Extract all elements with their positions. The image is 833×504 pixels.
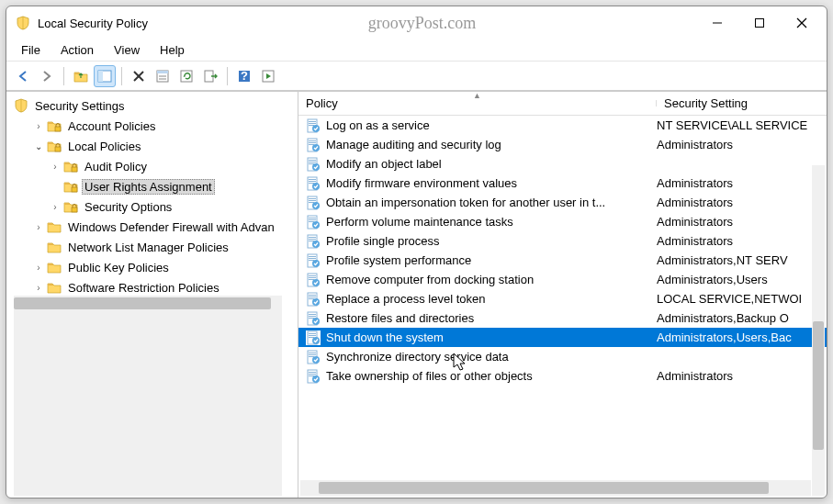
tree[interactable]: Security Settings ›Account Policies⌄Loca…: [12, 95, 298, 296]
twisty-icon[interactable]: ⌄: [32, 140, 45, 152]
menu-view[interactable]: View: [105, 41, 149, 59]
list-row[interactable]: Log on as a serviceNT SERVICE\ALL SERVIC…: [298, 116, 827, 135]
policy-setting: Administrators: [657, 196, 827, 209]
tree-item-label: Software Restriction Policies: [65, 280, 222, 296]
list-row[interactable]: Replace a process level tokenLOCAL SERVI…: [298, 289, 827, 308]
refresh-button[interactable]: [175, 65, 197, 87]
tree-root-label: Security Settings: [32, 98, 128, 114]
policy-icon: [306, 196, 321, 210]
list-row[interactable]: Manage auditing and security logAdminist…: [298, 135, 827, 154]
tree-item[interactable]: ›Security Options: [12, 196, 298, 217]
titlebar[interactable]: Local Security Policy groovyPost.com: [6, 6, 827, 39]
menu-action[interactable]: Action: [51, 41, 103, 59]
list-header[interactable]: Policy ▲ Security Setting: [298, 92, 827, 116]
policy-icon: [306, 176, 321, 191]
folder-icon: [47, 240, 62, 254]
list-vscrollbar[interactable]: [812, 165, 825, 496]
policy-icon: [306, 157, 321, 172]
list-row[interactable]: Remove computer from docking stationAdmi…: [298, 270, 827, 289]
menu-help[interactable]: Help: [151, 41, 194, 59]
list-row[interactable]: Modify an object label: [298, 154, 827, 174]
list-row[interactable]: Obtain an impersonation token for anothe…: [298, 193, 827, 212]
tree-item[interactable]: ›Audit Policy: [12, 156, 298, 176]
policy-name: Perform volume maintenance tasks: [326, 215, 657, 229]
policy-name: Profile single process: [326, 234, 657, 248]
tree-item[interactable]: ›Public Key Policies: [12, 257, 298, 277]
list-row[interactable]: Profile system performanceAdministrators…: [298, 251, 827, 270]
tree-item[interactable]: ⌄Local Policies: [12, 136, 298, 156]
policy-name: Restore files and directories: [326, 311, 657, 325]
tree-item[interactable]: ›Windows Defender Firewall with Advan: [12, 217, 298, 237]
content: Security Settings ›Account Policies⌄Loca…: [6, 91, 827, 498]
minimize-button[interactable]: [696, 8, 738, 38]
policy-setting: Administrators,NT SERV: [657, 253, 827, 267]
export-button[interactable]: [199, 65, 221, 87]
policy-setting: Administrators: [657, 234, 827, 248]
svg-rect-10: [756, 19, 764, 28]
delete-button[interactable]: [128, 65, 150, 87]
maximize-button[interactable]: [738, 8, 781, 38]
list-row[interactable]: Take ownership of files or other objects…: [298, 366, 827, 386]
policy-name: Log on as a service: [326, 118, 657, 132]
policy-name: Obtain an impersonation token for anothe…: [326, 196, 657, 209]
policy-icon: [306, 138, 321, 152]
list-row[interactable]: Synchronize directory service data: [298, 347, 827, 366]
list-hscrollbar[interactable]: [300, 480, 811, 496]
policy-icon: [306, 369, 321, 384]
policy-name: Manage auditing and security log: [326, 138, 657, 151]
twisty-icon[interactable]: ›: [32, 119, 45, 132]
tree-item-label: User Rights Assignment: [82, 179, 215, 195]
tree-item-label: Local Policies: [65, 139, 144, 154]
policy-name: Modify firmware environment values: [326, 176, 657, 190]
twisty-icon[interactable]: ›: [32, 261, 45, 274]
policy-name: Replace a process level token: [326, 292, 657, 306]
policy-setting: Administrators: [657, 138, 827, 151]
list-row[interactable]: Modify firmware environment valuesAdmini…: [298, 174, 827, 193]
forward-button[interactable]: [36, 65, 58, 87]
column-setting[interactable]: Security Setting: [657, 96, 748, 110]
tree-item-label: Network List Manager Policies: [65, 240, 231, 255]
list-row[interactable]: Profile single processAdministrators: [298, 231, 827, 251]
tree-item[interactable]: Network List Manager Policies: [12, 237, 298, 257]
policy-setting: LOCAL SERVICE,NETWOI: [657, 292, 827, 306]
show-tree-button[interactable]: [94, 65, 116, 87]
folder-icon: [47, 219, 62, 234]
watermark: groovyPost.com: [148, 14, 696, 33]
policy-setting: Administrators: [657, 215, 827, 229]
tree-item-label: Public Key Policies: [65, 260, 172, 275]
list-row[interactable]: Shut down the systemAdministrators,Users…: [298, 328, 827, 347]
list-row[interactable]: Restore files and directoriesAdministrat…: [298, 308, 827, 328]
policy-icon: [306, 234, 321, 249]
tree-item-label: Security Options: [82, 199, 174, 215]
back-button[interactable]: [12, 65, 34, 87]
policy-name: Modify an object label: [326, 157, 657, 171]
tree-item[interactable]: User Rights Assignment: [12, 176, 298, 196]
tree-hscrollbar[interactable]: [14, 296, 282, 496]
list-row[interactable]: Perform volume maintenance tasksAdminist…: [298, 212, 827, 231]
policy-name: Take ownership of files or other objects: [326, 369, 657, 383]
policy-setting: Administrators: [657, 369, 827, 383]
menu-file[interactable]: File: [12, 41, 50, 59]
list-pane: Policy ▲ Security Setting Log on as a se…: [298, 92, 827, 498]
twisty-icon[interactable]: ›: [32, 281, 45, 294]
close-button[interactable]: [781, 8, 823, 38]
svg-rect-18: [157, 71, 168, 73]
list-body[interactable]: Log on as a serviceNT SERVICE\ALL SERVIC…: [298, 116, 827, 480]
tree-item-label: Audit Policy: [82, 159, 150, 174]
policy-setting: NT SERVICE\ALL SERVICE: [657, 118, 827, 132]
twisty-icon[interactable]: ›: [49, 160, 62, 173]
folder-lock-icon: [47, 139, 62, 153]
twisty-icon[interactable]: ›: [49, 200, 62, 213]
twisty-icon[interactable]: ›: [32, 220, 45, 233]
properties-button[interactable]: [152, 65, 174, 87]
app-icon: [16, 16, 30, 30]
tree-root[interactable]: Security Settings: [12, 95, 298, 116]
action-button[interactable]: [257, 65, 279, 87]
tree-item[interactable]: ›Software Restriction Policies: [12, 277, 298, 296]
tree-item[interactable]: ›Account Policies: [12, 116, 298, 136]
twisty-icon[interactable]: [32, 241, 45, 253]
up-button[interactable]: [70, 65, 92, 87]
help-button[interactable]: ?: [233, 65, 255, 87]
twisty-icon[interactable]: [49, 180, 62, 193]
folder-lock-icon: [63, 159, 78, 174]
